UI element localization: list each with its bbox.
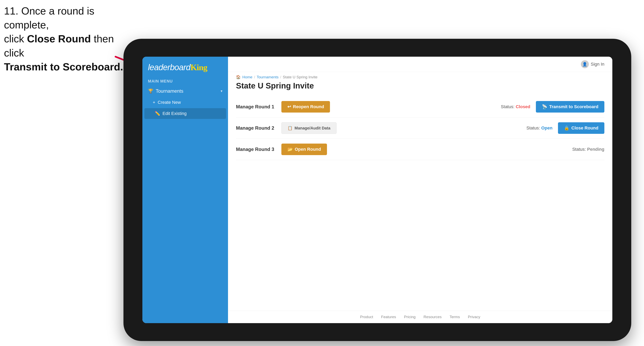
footer-link-resources[interactable]: Resources [424,315,442,319]
content-area: Manage Round 1 ↩ Reopen Round Status: Cl… [228,94,612,311]
audit-label: Manage/Audit Data [294,126,330,131]
trophy-icon: 🏆 [148,88,153,94]
topbar: 👤 Sign In [228,57,612,72]
reopen-round-button[interactable]: ↩ Reopen Round [282,101,330,113]
round2-left: Manage Round 2 📋 Manage/Audit Data [236,122,336,134]
round-row-1: Manage Round 1 ↩ Reopen Round Status: Cl… [236,96,604,118]
main-content: 👤 Sign In 🏠 Home / Tournaments / State U… [228,57,612,323]
tablet-shell: leaderboardKing MAIN MENU 🏆 Tournaments … [124,39,631,341]
round-row-3: Manage Round 3 📂 Open Round Status: Pend… [236,139,604,160]
plus-icon: + [153,100,155,105]
round3-left: Manage Round 3 📂 Open Round [236,144,327,155]
instruction-line1: 11. Once a round is complete,click Close… [4,5,123,73]
chevron-down-icon: ▾ [221,89,222,93]
logo-king: King [190,63,207,72]
transmit-icon: 📡 [542,104,547,109]
sidebar-edit-existing-label: Edit Existing [162,111,186,116]
breadcrumb-home: 🏠 [236,75,241,79]
breadcrumb: 🏠 Home / Tournaments / State U Spring In… [228,72,612,80]
open-round-icon: 📂 [287,147,293,152]
sidebar-item-create-new[interactable]: + Create New [142,97,228,108]
transmit-to-scoreboard-button[interactable]: 📡 Transmit to Scoreboard [536,101,604,113]
sidebar-item-edit-existing[interactable]: ✏️ Edit Existing [144,108,226,119]
footer-link-features[interactable]: Features [381,315,396,319]
round3-label: Manage Round 3 [236,147,276,152]
logo-text: leaderboardKing [148,63,222,72]
instruction-bold1: Close Round [27,33,91,44]
signin-label: Sign In [591,62,604,67]
page-title: State U Spring Invite [228,80,612,94]
sidebar: leaderboardKing MAIN MENU 🏆 Tournaments … [142,57,228,323]
round2-status-value: Open [541,126,552,131]
user-avatar: 👤 [581,60,589,68]
logo-leaderboard: leaderboard [148,63,190,72]
signin-button[interactable]: 👤 Sign In [581,60,604,68]
round1-right: Status: Closed 📡 Transmit to Scoreboard [501,101,604,113]
breadcrumb-sep2: / [280,75,281,79]
close-round-label: Close Round [571,126,598,131]
app-layout: leaderboardKing MAIN MENU 🏆 Tournaments … [142,57,612,323]
footer: Product Features Pricing Resources Terms… [228,311,612,323]
round2-label: Manage Round 2 [236,125,276,131]
close-round-icon: 🔒 [564,126,569,131]
breadcrumb-sep1: / [254,75,255,79]
round-row-2: Manage Round 2 📋 Manage/Audit Data Statu… [236,118,604,139]
round1-status-value: Closed [516,104,530,109]
close-round-button[interactable]: 🔒 Close Round [558,122,604,134]
round3-status-value: Pending [587,147,604,152]
open-round-label: Open Round [295,147,321,152]
round3-status-text: Status: Pending [572,147,604,152]
instruction-block: 11. Once a round is complete,click Close… [4,4,134,74]
sidebar-item-tournaments[interactable]: 🏆 Tournaments ▾ [142,85,228,97]
sidebar-tournaments-label: Tournaments [156,88,184,94]
round2-right: Status: Open 🔒 Close Round [526,122,604,134]
instruction-bold2: Transmit to Scoreboard. [4,61,123,73]
round3-right: Status: Pending [572,147,604,152]
footer-link-product[interactable]: Product [360,315,373,319]
audit-icon: 📋 [288,126,292,131]
round2-status-text: Status: Open [526,126,552,131]
footer-link-terms[interactable]: Terms [450,315,460,319]
reopen-round-label: Reopen Round [293,104,324,109]
round1-status-text: Status: Closed [501,104,530,109]
open-round-button[interactable]: 📂 Open Round [282,144,327,155]
sidebar-create-new-label: Create New [158,100,181,105]
breadcrumb-current: State U Spring Invite [283,75,318,79]
edit-icon: ✏️ [155,111,160,116]
round1-label: Manage Round 1 [236,104,276,110]
tablet-screen: leaderboardKing MAIN MENU 🏆 Tournaments … [142,57,612,323]
reopen-round-icon: ↩ [287,104,291,109]
manage-audit-data-button[interactable]: 📋 Manage/Audit Data [282,122,336,134]
footer-link-pricing[interactable]: Pricing [404,315,416,319]
transmit-label: Transmit to Scoreboard [549,104,598,109]
round1-left: Manage Round 1 ↩ Reopen Round [236,101,330,113]
footer-link-privacy[interactable]: Privacy [468,315,480,319]
breadcrumb-home-link[interactable]: Home [242,75,252,79]
sidebar-menu-label: MAIN MENU [142,76,228,85]
sidebar-logo: leaderboardKing [142,57,228,76]
breadcrumb-tournaments-link[interactable]: Tournaments [257,75,278,79]
